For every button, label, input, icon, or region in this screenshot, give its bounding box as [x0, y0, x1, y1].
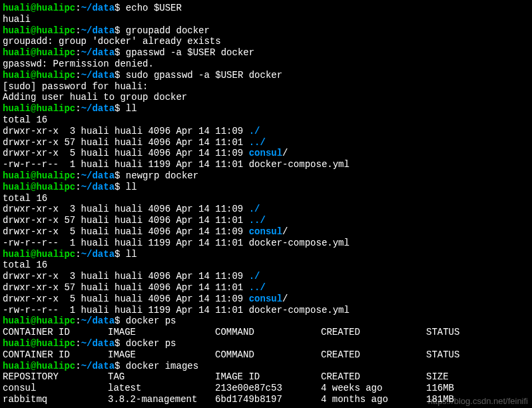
- watermark: https://blog.csdn.net/feinifi: [428, 396, 528, 407]
- output-line: total 16: [3, 114, 529, 126]
- prompt-line: huali@hualipc:~/data$ newgrp docker: [3, 170, 529, 182]
- col-container-id: CONTAINER ID: [3, 327, 108, 338]
- output-line: groupadd: group 'docker' already exists: [3, 36, 529, 47]
- ls-line: drwxr-xr-x 3 huali huali 4096 Apr 14 11:…: [3, 204, 529, 215]
- terminal-output[interactable]: huali@hualipc:~/data$ echo $USER huali h…: [3, 3, 529, 405]
- ls-line: drwxr-xr-x 5 huali huali 4096 Apr 14 11:…: [3, 294, 529, 305]
- prompt-line: huali@hualipc:~/data$ groupadd docker: [3, 25, 529, 37]
- command: ll: [120, 249, 136, 260]
- ls-line: -rw-r--r-- 1 huali huali 1199 Apr 14 11:…: [3, 159, 529, 170]
- col-created: CREATED: [321, 327, 426, 338]
- command: ll: [120, 182, 136, 192]
- command: sudo gpasswd -a $USER docker: [120, 70, 282, 81]
- ls-line: -rw-r--r-- 1 huali huali 1199 Apr 14 11:…: [3, 238, 529, 249]
- prompt-line: huali@hualipc:~/data$ sudo gpasswd -a $U…: [3, 70, 529, 81]
- prompt-line: huali@hualipc:~/data$ docker images: [3, 361, 529, 372]
- output-line: [sudo] password for huali:: [3, 81, 529, 93]
- command: newgrp docker: [120, 170, 198, 181]
- col-status: STATUS: [426, 327, 529, 338]
- ls-line: drwxr-xr-x 57 huali huali 4096 Apr 14 11…: [3, 282, 529, 294]
- ls-line: drwxr-xr-x 57 huali huali 4096 Apr 14 11…: [3, 137, 529, 148]
- host: hualipc: [36, 3, 75, 13]
- command: ll: [120, 103, 136, 114]
- prompt-line: huali@hualipc:~/data$ ll: [3, 182, 529, 193]
- output-line: Adding user huali to group docker: [3, 92, 529, 103]
- col-command: COMMAND: [215, 327, 321, 338]
- dir-link: ../: [249, 282, 266, 293]
- ls-line: -rw-r--r-- 1 huali huali 1199 Apr 14 11:…: [3, 305, 529, 316]
- prompt-line: huali@hualipc:~/data$ ll: [3, 103, 529, 114]
- ls-line: drwxr-xr-x 3 huali huali 4096 Apr 14 11:…: [3, 126, 529, 137]
- docker-ps-header: CONTAINER ID IMAGE COMMAND CREATED STATU…: [3, 349, 529, 361]
- prompt-line: huali@hualipc:~/data$ docker ps: [3, 338, 529, 349]
- table-row: consul latest 213e00e87c53 4 weeks ago 1…: [3, 383, 529, 394]
- output-line: total 16: [3, 193, 529, 204]
- dir-link: ../: [249, 215, 266, 226]
- dir-link: ./: [249, 126, 260, 136]
- dir-link: ./: [249, 271, 260, 282]
- dir-link: ../: [249, 137, 266, 148]
- docker-ps-header: CONTAINER ID IMAGE COMMAND CREATED STATU…: [3, 327, 529, 338]
- prompt-line: huali@hualipc:~/data$ ll: [3, 249, 529, 260]
- command: docker images: [120, 361, 198, 371]
- output-line: gpasswd: Permission denied.: [3, 59, 529, 70]
- col-tag: TAG: [108, 371, 215, 383]
- command: groupadd docker: [120, 25, 209, 36]
- prompt-line: huali@hualipc:~/data$ echo $USER: [3, 3, 529, 14]
- ls-line: drwxr-xr-x 5 huali huali 4096 Apr 14 11:…: [3, 148, 529, 159]
- col-image: IMAGE: [108, 327, 215, 338]
- output-line: huali: [3, 14, 529, 25]
- docker-images-header: REPOSITORY TAG IMAGE ID CREATED SIZE: [3, 371, 529, 383]
- col-size: SIZE: [426, 371, 529, 383]
- dir-link: consul: [249, 148, 282, 158]
- ls-line: drwxr-xr-x 3 huali huali 4096 Apr 14 11:…: [3, 271, 529, 282]
- cwd: ~/data: [81, 3, 115, 13]
- output-line: total 16: [3, 260, 529, 271]
- command: gpasswd -a $USER docker: [120, 47, 254, 58]
- col-image-id: IMAGE ID: [215, 371, 321, 383]
- dir-link: ./: [249, 204, 260, 214]
- col-repository: REPOSITORY: [3, 371, 108, 383]
- prompt-line: huali@hualipc:~/data$ docker ps: [3, 315, 529, 327]
- user: huali: [3, 3, 31, 13]
- dir-link: consul: [249, 294, 282, 304]
- command: echo $USER: [120, 3, 181, 13]
- col-created: CREATED: [321, 371, 426, 383]
- command: docker ps: [120, 315, 176, 326]
- dir-link: consul: [249, 226, 282, 237]
- ls-line: drwxr-xr-x 5 huali huali 4096 Apr 14 11:…: [3, 226, 529, 238]
- command: docker ps: [120, 338, 176, 349]
- ls-line: drwxr-xr-x 57 huali huali 4096 Apr 14 11…: [3, 215, 529, 226]
- prompt-line: huali@hualipc:~/data$ gpasswd -a $USER d…: [3, 47, 529, 59]
